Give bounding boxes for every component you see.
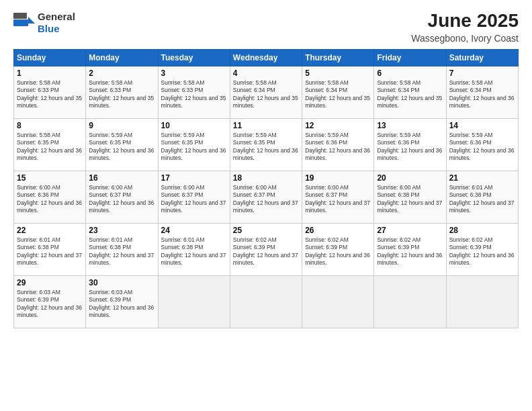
- day-number: 30: [89, 278, 154, 287]
- day-number: 5: [305, 68, 371, 78]
- calendar-week-row: 8Sunrise: 5:58 AMSunset: 6:35 PMDaylight…: [14, 118, 519, 171]
- table-row: 28Sunrise: 6:02 AMSunset: 6:39 PMDayligh…: [446, 223, 518, 275]
- day-info: Sunrise: 6:00 AMSunset: 6:38 PMDaylight:…: [377, 184, 442, 214]
- calendar-header-row: Sunday Monday Tuesday Wednesday Thursday…: [14, 49, 519, 66]
- table-row: 12Sunrise: 5:59 AMSunset: 6:36 PMDayligh…: [302, 118, 374, 171]
- day-number: 6: [377, 68, 443, 78]
- table-row: 30Sunrise: 6:03 AMSunset: 6:39 PMDayligh…: [86, 275, 158, 328]
- table-row: [158, 275, 230, 328]
- day-info: Sunrise: 5:59 AMSunset: 6:35 PMDaylight:…: [161, 132, 226, 161]
- table-row: [446, 275, 518, 328]
- col-tuesday: Tuesday: [158, 49, 230, 66]
- day-number: 16: [89, 173, 154, 183]
- day-info: Sunrise: 6:01 AMSunset: 6:38 PMDaylight:…: [161, 236, 226, 266]
- table-row: 29Sunrise: 6:03 AMSunset: 6:39 PMDayligh…: [14, 275, 86, 328]
- day-info: Sunrise: 5:58 AMSunset: 6:34 PMDaylight:…: [233, 79, 298, 109]
- table-row: 24Sunrise: 6:01 AMSunset: 6:38 PMDayligh…: [158, 223, 230, 275]
- day-number: 18: [233, 173, 299, 183]
- table-row: 14Sunrise: 5:59 AMSunset: 6:36 PMDayligh…: [446, 118, 518, 171]
- day-info: Sunrise: 6:00 AMSunset: 6:37 PMDaylight:…: [233, 184, 298, 214]
- day-number: 9: [89, 121, 154, 130]
- table-row: 20Sunrise: 6:00 AMSunset: 6:38 PMDayligh…: [374, 171, 446, 223]
- day-number: 28: [449, 226, 515, 235]
- header: General Blue June 2025 Wassegbono, Ivory…: [13, 11, 519, 44]
- logo-text: General Blue: [38, 11, 75, 35]
- day-number: 29: [17, 278, 83, 287]
- day-info: Sunrise: 6:03 AMSunset: 6:39 PMDaylight:…: [89, 289, 154, 318]
- table-row: 8Sunrise: 5:58 AMSunset: 6:35 PMDaylight…: [14, 118, 86, 171]
- day-info: Sunrise: 5:58 AMSunset: 6:34 PMDaylight:…: [305, 79, 370, 109]
- table-row: 15Sunrise: 6:00 AMSunset: 6:36 PMDayligh…: [14, 171, 86, 223]
- day-info: Sunrise: 5:58 AMSunset: 6:34 PMDaylight:…: [449, 79, 515, 109]
- month-year: June 2025: [411, 11, 519, 32]
- day-number: 4: [233, 68, 299, 78]
- day-info: Sunrise: 5:58 AMSunset: 6:33 PMDaylight:…: [161, 79, 226, 109]
- table-row: [230, 275, 302, 328]
- table-row: 25Sunrise: 6:02 AMSunset: 6:39 PMDayligh…: [230, 223, 302, 275]
- day-info: Sunrise: 6:02 AMSunset: 6:39 PMDaylight:…: [305, 236, 370, 266]
- day-number: 25: [233, 226, 299, 235]
- day-number: 3: [161, 68, 227, 78]
- svg-rect-2: [13, 13, 27, 19]
- logo-blue: Blue: [38, 23, 60, 34]
- title-block: June 2025 Wassegbono, Ivory Coast: [411, 11, 519, 44]
- table-row: [374, 275, 446, 328]
- table-row: 18Sunrise: 6:00 AMSunset: 6:37 PMDayligh…: [230, 171, 302, 223]
- svg-marker-1: [28, 17, 35, 24]
- table-row: 19Sunrise: 6:00 AMSunset: 6:37 PMDayligh…: [302, 171, 374, 223]
- day-info: Sunrise: 5:59 AMSunset: 6:36 PMDaylight:…: [305, 132, 370, 161]
- day-number: 22: [17, 226, 83, 235]
- col-wednesday: Wednesday: [230, 49, 302, 66]
- col-saturday: Saturday: [446, 49, 518, 66]
- table-row: 9Sunrise: 5:59 AMSunset: 6:35 PMDaylight…: [86, 118, 158, 171]
- day-info: Sunrise: 5:59 AMSunset: 6:35 PMDaylight:…: [89, 132, 154, 161]
- day-info: Sunrise: 5:58 AMSunset: 6:33 PMDaylight:…: [89, 79, 154, 109]
- table-row: 7Sunrise: 5:58 AMSunset: 6:34 PMDaylight…: [446, 66, 518, 118]
- col-thursday: Thursday: [302, 49, 374, 66]
- table-row: 3Sunrise: 5:58 AMSunset: 6:33 PMDaylight…: [158, 66, 230, 118]
- table-row: 21Sunrise: 6:01 AMSunset: 6:38 PMDayligh…: [446, 171, 518, 223]
- table-row: 5Sunrise: 5:58 AMSunset: 6:34 PMDaylight…: [302, 66, 374, 118]
- day-number: 21: [449, 173, 515, 183]
- svg-rect-0: [13, 19, 28, 26]
- day-number: 26: [305, 226, 371, 235]
- day-number: 11: [233, 121, 299, 130]
- table-row: 11Sunrise: 5:59 AMSunset: 6:35 PMDayligh…: [230, 118, 302, 171]
- logo: General Blue: [13, 11, 75, 35]
- table-row: 27Sunrise: 6:02 AMSunset: 6:39 PMDayligh…: [374, 223, 446, 275]
- day-info: Sunrise: 5:59 AMSunset: 6:35 PMDaylight:…: [233, 132, 298, 161]
- table-row: 10Sunrise: 5:59 AMSunset: 6:35 PMDayligh…: [158, 118, 230, 171]
- calendar-week-row: 29Sunrise: 6:03 AMSunset: 6:39 PMDayligh…: [14, 275, 519, 328]
- day-info: Sunrise: 6:00 AMSunset: 6:37 PMDaylight:…: [161, 184, 226, 214]
- day-number: 2: [89, 68, 154, 78]
- table-row: 16Sunrise: 6:00 AMSunset: 6:37 PMDayligh…: [86, 171, 158, 223]
- day-number: 17: [161, 173, 227, 183]
- day-info: Sunrise: 5:58 AMSunset: 6:35 PMDaylight:…: [17, 132, 82, 161]
- table-row: 23Sunrise: 6:01 AMSunset: 6:38 PMDayligh…: [86, 223, 158, 275]
- calendar-week-row: 1Sunrise: 5:58 AMSunset: 6:33 PMDaylight…: [14, 66, 519, 118]
- col-sunday: Sunday: [14, 49, 86, 66]
- day-info: Sunrise: 6:01 AMSunset: 6:38 PMDaylight:…: [17, 236, 82, 266]
- day-number: 10: [161, 121, 227, 130]
- day-number: 23: [89, 226, 154, 235]
- day-info: Sunrise: 6:00 AMSunset: 6:37 PMDaylight:…: [89, 184, 154, 214]
- table-row: [302, 275, 374, 328]
- table-row: 2Sunrise: 5:58 AMSunset: 6:33 PMDaylight…: [86, 66, 158, 118]
- day-number: 1: [17, 68, 83, 78]
- day-number: 14: [449, 121, 515, 130]
- table-row: 4Sunrise: 5:58 AMSunset: 6:34 PMDaylight…: [230, 66, 302, 118]
- table-row: 22Sunrise: 6:01 AMSunset: 6:38 PMDayligh…: [14, 223, 86, 275]
- calendar-week-row: 15Sunrise: 6:00 AMSunset: 6:36 PMDayligh…: [14, 171, 519, 223]
- day-info: Sunrise: 6:01 AMSunset: 6:38 PMDaylight:…: [89, 236, 154, 266]
- day-info: Sunrise: 5:59 AMSunset: 6:36 PMDaylight:…: [449, 132, 515, 161]
- day-info: Sunrise: 6:02 AMSunset: 6:39 PMDaylight:…: [377, 236, 442, 266]
- day-info: Sunrise: 5:58 AMSunset: 6:33 PMDaylight:…: [17, 79, 82, 109]
- day-number: 7: [449, 68, 515, 78]
- day-number: 20: [377, 173, 443, 183]
- day-info: Sunrise: 6:01 AMSunset: 6:38 PMDaylight:…: [449, 184, 515, 214]
- day-info: Sunrise: 6:00 AMSunset: 6:36 PMDaylight:…: [17, 184, 82, 214]
- table-row: 13Sunrise: 5:59 AMSunset: 6:36 PMDayligh…: [374, 118, 446, 171]
- day-info: Sunrise: 6:02 AMSunset: 6:39 PMDaylight:…: [449, 236, 515, 266]
- location: Wassegbono, Ivory Coast: [411, 33, 519, 44]
- logo-general: General: [38, 11, 75, 22]
